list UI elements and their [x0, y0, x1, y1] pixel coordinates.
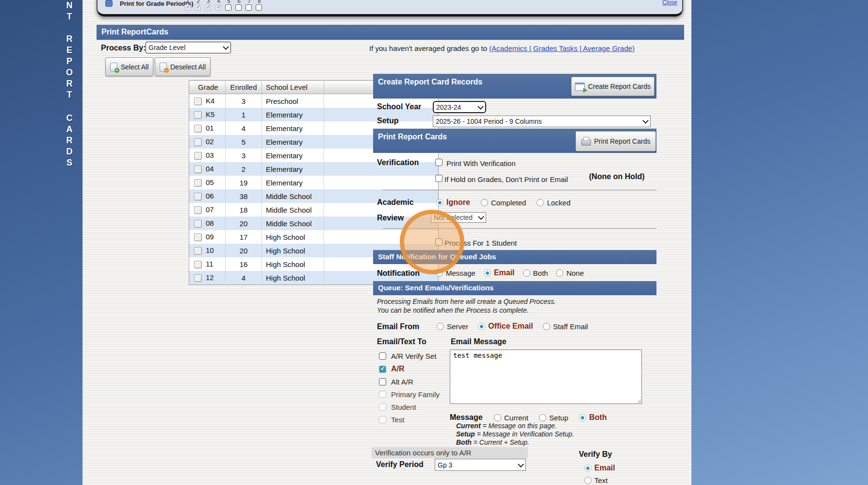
verify-by-radio-group: EmailText: [584, 464, 615, 485]
radio-icon[interactable]: [543, 323, 550, 330]
academic-option-ignore[interactable]: Ignore: [436, 198, 470, 207]
average-grade-link[interactable]: (Academics | Grades Tasks | Average Grad…: [489, 44, 635, 52]
radio-icon[interactable]: [539, 414, 546, 421]
col-grade: Grade: [189, 81, 226, 94]
recipient-checkbox[interactable]: [379, 352, 386, 360]
grade-period-checkbox-6[interactable]: [235, 4, 242, 11]
grade-row-checkbox[interactable]: [194, 125, 202, 133]
grade-period-number: 7: [246, 0, 252, 4]
print-with-verification-checkbox[interactable]: [435, 159, 442, 166]
recipient-label-test: Test: [391, 416, 405, 424]
recipient-alt-a-r[interactable]: Alt A/R: [379, 378, 440, 386]
verify-by-option-text[interactable]: Text: [584, 476, 615, 485]
grade-period-checkbox-5[interactable]: [225, 4, 231, 11]
deselect-all-button[interactable]: − Deselect All: [155, 57, 211, 76]
grade-row-checkbox[interactable]: [194, 152, 202, 160]
verify-by-label-email: Email: [594, 464, 615, 472]
process-for-one-student-checkbox[interactable]: [435, 238, 442, 246]
school-level-cell: Elementary: [262, 135, 324, 149]
verify-by-label-text: Text: [594, 476, 608, 485]
verify-period-select[interactable]: Gp 3: [435, 459, 526, 471]
email-message-textarea[interactable]: test message: [450, 350, 642, 404]
radio-icon[interactable]: [484, 269, 491, 277]
notification-label-email: Email: [494, 268, 515, 277]
school-level-cell: Middle School: [262, 217, 324, 230]
grade-period-checkbox-8[interactable]: [256, 4, 262, 11]
recipient-checkbox: [379, 391, 386, 398]
academic-option-locked[interactable]: Locked: [537, 198, 570, 207]
grade-row-checkbox[interactable]: [194, 166, 202, 173]
staff-notification-header: Staff Notification for Queued Jobs: [373, 250, 656, 264]
hold-dont-print-checkbox[interactable]: [435, 175, 442, 182]
radio-icon[interactable]: [579, 414, 586, 421]
recipient-label-a-r-verify-set: A/R Verify Set: [391, 352, 436, 360]
grade-period-number: 4: [215, 0, 222, 4]
grade-row-checkbox[interactable]: [194, 193, 202, 201]
grade-cell: 03: [189, 149, 226, 162]
notification-option-none[interactable]: None: [556, 268, 584, 277]
enrolled-cell: 2: [226, 162, 262, 176]
email-recipient-list: A/R Verify SetA/RAlt A/RPrimary FamilySt…: [379, 352, 440, 424]
grade-row-checkbox[interactable]: [194, 261, 202, 268]
deselect-all-icon: −: [160, 63, 167, 71]
radio-icon[interactable]: [436, 199, 443, 206]
message-option-both[interactable]: Both: [579, 413, 606, 422]
message-help-line: Both = Current + Setup.: [456, 438, 574, 447]
recipient-a-r-verify-set[interactable]: A/R Verify Set: [379, 352, 440, 360]
radio-icon[interactable]: [478, 323, 485, 330]
queue-info-line-1: Processing Emails from here will create …: [377, 297, 556, 306]
notification-option-message[interactable]: Message: [436, 268, 475, 277]
main-panel: Print for Grade Period(s) 12345678 Close…: [82, 0, 691, 485]
radio-icon[interactable]: [556, 269, 563, 277]
academic-option-completed[interactable]: Completed: [481, 198, 526, 207]
grade-row-checkbox[interactable]: [194, 206, 202, 214]
grade-value: 08: [206, 219, 214, 227]
email-from-option-office-email[interactable]: Office Email: [478, 322, 533, 331]
grade-period-number: 3: [205, 0, 212, 4]
email-from-option-server[interactable]: Server: [437, 322, 468, 331]
radio-icon[interactable]: [481, 199, 488, 206]
email-from-option-staff-email[interactable]: Staff Email: [543, 322, 588, 331]
radio-icon[interactable]: [537, 199, 544, 206]
radio-icon[interactable]: [584, 477, 591, 484]
hold-dont-print-label: If Hold on Grades, Don't Print or Email: [444, 175, 568, 184]
process-by-select[interactable]: Grade Level: [146, 42, 231, 53]
chevron-down-icon: [642, 117, 649, 124]
radio-icon[interactable]: [584, 465, 591, 472]
school-year-select[interactable]: 2023-24: [433, 101, 486, 113]
notification-option-email[interactable]: Email: [484, 268, 515, 277]
grade-row-checkbox[interactable]: [194, 247, 202, 255]
grade-row-checkbox[interactable]: [194, 274, 202, 282]
radio-icon[interactable]: [437, 323, 444, 330]
print-report-cards-button[interactable]: Print Report Cards: [575, 131, 656, 151]
verify-by-option-email[interactable]: Email: [584, 464, 615, 472]
grade-row-checkbox[interactable]: [194, 179, 202, 187]
recipient-checkbox[interactable]: [379, 366, 386, 373]
message-label-both: Both: [589, 413, 606, 422]
select-all-button[interactable]: + Select All: [105, 57, 153, 76]
enrolled-cell: 3: [226, 149, 262, 162]
recipient-checkbox: [379, 416, 386, 423]
recipient-checkbox[interactable]: [379, 378, 386, 385]
create-report-cards-button[interactable]: Create Report Cards: [571, 77, 655, 96]
page-title: Print ReportCards: [101, 28, 168, 36]
review-label: Review: [377, 214, 404, 222]
review-select[interactable]: Not Selected: [431, 212, 486, 223]
radio-icon[interactable]: [436, 269, 443, 277]
recipient-a-r[interactable]: A/R: [379, 365, 440, 373]
grade-row-checkbox[interactable]: [194, 98, 202, 105]
grade-value: 10: [206, 246, 214, 254]
setup-select[interactable]: 2025-26 - 1004 Period - 9 Columns: [433, 116, 651, 127]
radio-icon[interactable]: [523, 269, 530, 277]
message-option-current[interactable]: Current: [494, 413, 528, 422]
message-option-setup[interactable]: Setup: [539, 413, 568, 422]
grade-row-checkbox[interactable]: [194, 111, 202, 119]
chevron-down-icon: [223, 44, 229, 50]
close-link[interactable]: Close: [662, 0, 677, 6]
grade-period-checkbox-7[interactable]: [246, 4, 252, 11]
grade-row-checkbox[interactable]: [194, 234, 202, 241]
grade-row-checkbox[interactable]: [194, 220, 202, 228]
grade-row-checkbox[interactable]: [194, 138, 202, 146]
notification-option-both[interactable]: Both: [523, 268, 548, 277]
radio-icon[interactable]: [494, 414, 501, 421]
